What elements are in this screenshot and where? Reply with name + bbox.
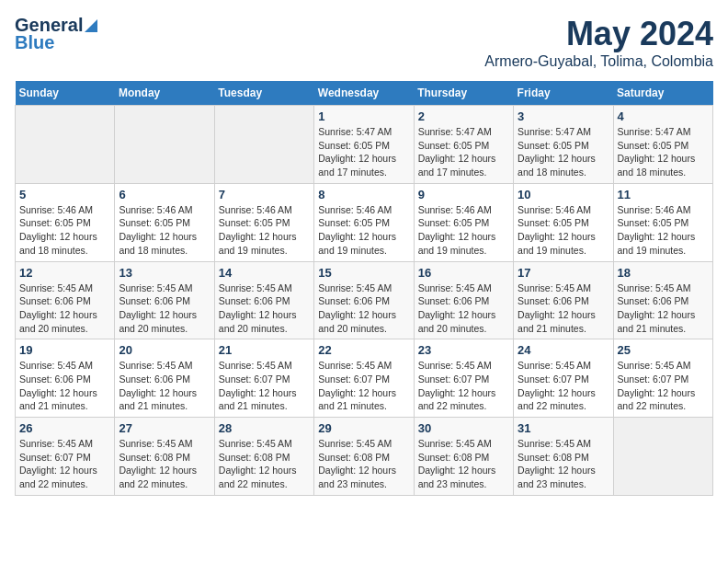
day-info: Sunrise: 5:45 AM Sunset: 6:06 PM Dayligh… [19,282,110,336]
calendar-cell: 21Sunrise: 5:45 AM Sunset: 6:07 PM Dayli… [214,339,313,418]
day-number: 8 [318,188,409,201]
calendar-cell: 30Sunrise: 5:45 AM Sunset: 6:08 PM Dayli… [414,418,513,496]
day-of-week-header: Tuesday [214,81,313,106]
calendar-cell: 17Sunrise: 5:45 AM Sunset: 6:06 PM Dayli… [514,261,613,339]
logo-triangle-icon [85,17,97,36]
day-number: 21 [219,343,310,357]
day-info: Sunrise: 5:46 AM Sunset: 6:05 PM Dayligh… [119,203,210,258]
day-info: Sunrise: 5:46 AM Sunset: 6:05 PM Dayligh… [19,203,110,258]
day-number: 5 [19,188,110,201]
calendar-cell: 24Sunrise: 5:45 AM Sunset: 6:07 PM Dayli… [514,339,613,418]
day-number: 22 [318,343,409,357]
day-number: 19 [19,343,110,357]
day-info: Sunrise: 5:46 AM Sunset: 6:05 PM Dayligh… [219,203,310,258]
calendar-cell: 4Sunrise: 5:47 AM Sunset: 6:05 PM Daylig… [613,106,712,184]
logo: General Blue [15,15,97,53]
day-number: 18 [618,266,709,280]
day-info: Sunrise: 5:45 AM Sunset: 6:07 PM Dayligh… [618,359,709,413]
calendar-cell: 11Sunrise: 5:46 AM Sunset: 6:05 PM Dayli… [613,183,712,261]
day-number: 4 [618,109,709,123]
day-info: Sunrise: 5:47 AM Sunset: 6:05 PM Dayligh… [518,125,609,179]
day-of-week-header: Thursday [414,81,513,106]
day-number: 7 [219,188,310,201]
day-info: Sunrise: 5:45 AM Sunset: 6:07 PM Dayligh… [219,359,310,413]
day-number: 1 [318,109,409,123]
day-number: 23 [418,343,509,357]
day-info: Sunrise: 5:45 AM Sunset: 6:08 PM Dayligh… [518,437,609,491]
calendar-cell: 10Sunrise: 5:46 AM Sunset: 6:05 PM Dayli… [514,183,613,261]
calendar-cell: 15Sunrise: 5:45 AM Sunset: 6:06 PM Dayli… [314,261,414,339]
day-info: Sunrise: 5:47 AM Sunset: 6:05 PM Dayligh… [418,125,509,179]
day-info: Sunrise: 5:45 AM Sunset: 6:07 PM Dayligh… [318,359,409,413]
day-info: Sunrise: 5:45 AM Sunset: 6:08 PM Dayligh… [418,437,509,491]
calendar-cell: 23Sunrise: 5:45 AM Sunset: 6:07 PM Dayli… [414,339,513,418]
day-number: 11 [618,188,709,201]
day-number: 17 [518,266,609,280]
day-number: 6 [119,188,210,201]
day-number: 25 [618,343,709,357]
calendar-week-row: 19Sunrise: 5:45 AM Sunset: 6:06 PM Dayli… [16,339,713,418]
day-of-week-header: Saturday [613,81,712,106]
day-number: 30 [418,421,509,435]
calendar-cell: 12Sunrise: 5:45 AM Sunset: 6:06 PM Dayli… [16,261,115,339]
page-header: General Blue May 2024 Armero-Guyabal, To… [15,15,713,70]
calendar-header-row: SundayMondayTuesdayWednesdayThursdayFrid… [16,81,713,106]
day-of-week-header: Monday [115,81,214,106]
day-info: Sunrise: 5:46 AM Sunset: 6:05 PM Dayligh… [618,203,709,258]
day-info: Sunrise: 5:45 AM Sunset: 6:06 PM Dayligh… [19,359,110,413]
day-number: 12 [19,266,110,280]
calendar-cell [214,106,313,184]
day-info: Sunrise: 5:45 AM Sunset: 6:06 PM Dayligh… [418,282,509,336]
day-number: 3 [518,109,609,123]
calendar-cell: 5Sunrise: 5:46 AM Sunset: 6:05 PM Daylig… [16,183,115,261]
day-info: Sunrise: 5:45 AM Sunset: 6:06 PM Dayligh… [318,282,409,336]
day-number: 15 [318,266,409,280]
day-number: 29 [318,421,409,435]
day-info: Sunrise: 5:47 AM Sunset: 6:05 PM Dayligh… [318,125,409,179]
calendar-cell: 25Sunrise: 5:45 AM Sunset: 6:07 PM Dayli… [613,339,712,418]
calendar-cell: 26Sunrise: 5:45 AM Sunset: 6:07 PM Dayli… [16,418,115,496]
day-info: Sunrise: 5:45 AM Sunset: 6:08 PM Dayligh… [219,437,310,491]
day-info: Sunrise: 5:46 AM Sunset: 6:05 PM Dayligh… [418,203,509,258]
calendar-cell: 9Sunrise: 5:46 AM Sunset: 6:05 PM Daylig… [414,183,513,261]
calendar-cell: 16Sunrise: 5:45 AM Sunset: 6:06 PM Dayli… [414,261,513,339]
calendar-cell: 22Sunrise: 5:45 AM Sunset: 6:07 PM Dayli… [314,339,414,418]
day-info: Sunrise: 5:45 AM Sunset: 6:07 PM Dayligh… [19,437,110,491]
calendar-week-row: 5Sunrise: 5:46 AM Sunset: 6:05 PM Daylig… [16,183,713,261]
day-of-week-header: Wednesday [314,81,414,106]
page-subtitle: Armero-Guyabal, Tolima, Colombia [484,53,713,70]
calendar-week-row: 26Sunrise: 5:45 AM Sunset: 6:07 PM Dayli… [16,418,713,496]
calendar-cell: 20Sunrise: 5:45 AM Sunset: 6:06 PM Dayli… [115,339,214,418]
day-info: Sunrise: 5:46 AM Sunset: 6:05 PM Dayligh… [518,203,609,258]
calendar-cell [16,106,115,184]
day-info: Sunrise: 5:45 AM Sunset: 6:06 PM Dayligh… [219,282,310,336]
day-number: 9 [418,188,509,201]
day-info: Sunrise: 5:45 AM Sunset: 6:07 PM Dayligh… [418,359,509,413]
day-info: Sunrise: 5:45 AM Sunset: 6:08 PM Dayligh… [119,437,210,491]
day-of-week-header: Sunday [16,81,115,106]
day-number: 16 [418,266,509,280]
day-info: Sunrise: 5:45 AM Sunset: 6:07 PM Dayligh… [518,359,609,413]
day-number: 2 [418,109,509,123]
calendar-cell: 6Sunrise: 5:46 AM Sunset: 6:05 PM Daylig… [115,183,214,261]
calendar-cell: 28Sunrise: 5:45 AM Sunset: 6:08 PM Dayli… [214,418,313,496]
day-info: Sunrise: 5:45 AM Sunset: 6:06 PM Dayligh… [119,359,210,413]
calendar-cell: 31Sunrise: 5:45 AM Sunset: 6:08 PM Dayli… [514,418,613,496]
day-number: 14 [219,266,310,280]
calendar-cell: 7Sunrise: 5:46 AM Sunset: 6:05 PM Daylig… [214,183,313,261]
calendar-cell: 3Sunrise: 5:47 AM Sunset: 6:05 PM Daylig… [514,106,613,184]
calendar-cell [115,106,214,184]
calendar-week-row: 12Sunrise: 5:45 AM Sunset: 6:06 PM Dayli… [16,261,713,339]
day-number: 27 [119,421,210,435]
day-number: 26 [19,421,110,435]
calendar-cell: 14Sunrise: 5:45 AM Sunset: 6:06 PM Dayli… [214,261,313,339]
calendar-table: SundayMondayTuesdayWednesdayThursdayFrid… [15,81,713,496]
calendar-week-row: 1Sunrise: 5:47 AM Sunset: 6:05 PM Daylig… [16,106,713,184]
day-info: Sunrise: 5:45 AM Sunset: 6:06 PM Dayligh… [119,282,210,336]
day-of-week-header: Friday [514,81,613,106]
calendar-cell: 8Sunrise: 5:46 AM Sunset: 6:05 PM Daylig… [314,183,414,261]
calendar-cell: 27Sunrise: 5:45 AM Sunset: 6:08 PM Dayli… [115,418,214,496]
day-info: Sunrise: 5:47 AM Sunset: 6:05 PM Dayligh… [618,125,709,179]
day-number: 13 [119,266,210,280]
day-info: Sunrise: 5:45 AM Sunset: 6:06 PM Dayligh… [618,282,709,336]
